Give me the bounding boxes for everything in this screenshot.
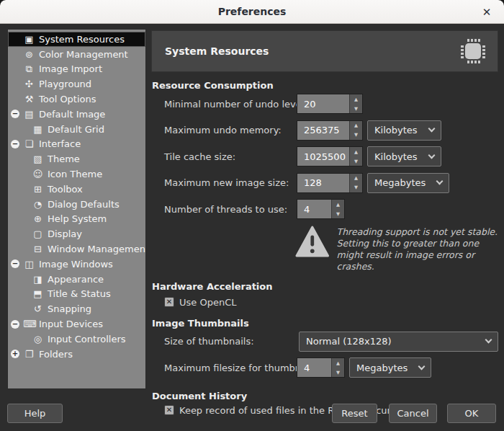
spin-up-icon[interactable]: ▲ bbox=[350, 94, 362, 104]
sidebar-item-label: Display bbox=[48, 228, 82, 239]
sidebar-item-system-resources[interactable]: ▣System Resources bbox=[8, 32, 145, 47]
spin-up-icon[interactable]: ▲ bbox=[332, 200, 344, 209]
undo-memory-unit: Kilobytes bbox=[374, 125, 418, 135]
page-title: System Resources bbox=[165, 45, 459, 57]
thumbnail-size-dropdown[interactable]: Normal (128x128) bbox=[299, 332, 498, 352]
grid-icon: ▦ bbox=[32, 124, 44, 135]
sidebar-item-folders[interactable]: +❐Folders bbox=[8, 347, 145, 362]
theme-icon: ▧ bbox=[32, 154, 44, 164]
sidebar-item-toolbox[interactable]: ⊞Toolbox bbox=[8, 182, 145, 197]
new-image-size-unit: Megabytes bbox=[374, 177, 426, 188]
tile-cache-unit-dropdown[interactable]: Kilobytes bbox=[367, 146, 441, 166]
sidebar-item-snapping[interactable]: ↺Snapping bbox=[8, 301, 145, 316]
sidebar-item-icon-theme[interactable]: ☺Icon Theme bbox=[8, 166, 145, 182]
spin-up-icon[interactable]: ▲ bbox=[332, 358, 344, 368]
undo-memory-unit-dropdown[interactable]: Kilobytes bbox=[367, 120, 441, 141]
expand-icon[interactable]: + bbox=[11, 350, 19, 358]
undo-memory-value[interactable]: 256375 bbox=[297, 121, 349, 140]
reset-button[interactable]: Reset bbox=[332, 404, 377, 423]
threads-value[interactable]: 4 bbox=[297, 200, 331, 218]
sidebar-item-label: Icon Theme bbox=[48, 169, 102, 179]
ok-button[interactable]: OK bbox=[447, 404, 496, 423]
sidebar-item-default-image[interactable]: −▤Default Image bbox=[8, 107, 145, 122]
tools-icon: ⚒ bbox=[23, 94, 35, 105]
spin-down-icon[interactable]: ▼ bbox=[350, 156, 362, 166]
spin-down-icon[interactable]: ▼ bbox=[332, 209, 344, 218]
sidebar-item-label: System Resources bbox=[39, 34, 125, 45]
collapse-icon[interactable]: − bbox=[11, 140, 19, 148]
settings-tree: ▣System Resources⊚Color Management⧉Image… bbox=[7, 29, 146, 389]
tile-cache-value[interactable]: 1025500 bbox=[297, 147, 349, 166]
sidebar-item-input-controllers[interactable]: ◎Input Controllers bbox=[8, 332, 145, 347]
sidebar-item-title-status[interactable]: ⬒Title & Status bbox=[8, 287, 145, 302]
sidebar-item-label: Image Windows bbox=[39, 259, 113, 270]
thumbnail-filesize-spinner[interactable]: 4 ▲ ▼ bbox=[297, 357, 345, 378]
new-image-size-unit-dropdown[interactable]: Megabytes bbox=[367, 173, 449, 193]
spin-down-icon[interactable]: ▼ bbox=[350, 183, 362, 192]
undo-memory-spinner[interactable]: 256375▲▼ bbox=[297, 120, 363, 141]
undo-levels-spinner[interactable]: 20▲▼ bbox=[297, 94, 363, 114]
collapse-icon[interactable]: − bbox=[11, 259, 19, 268]
sidebar-item-playground[interactable]: ✣Playground bbox=[8, 76, 145, 92]
help-button[interactable]: Help bbox=[7, 404, 63, 423]
thumbnail-filesize-value[interactable]: 4 bbox=[297, 358, 331, 377]
window-title: Preferences bbox=[218, 6, 287, 17]
sidebar-item-help-system[interactable]: ⊕Help System bbox=[8, 212, 145, 227]
dialog-defaults-icon: ◔ bbox=[32, 199, 44, 210]
tile-cache-spinner[interactable]: 1025500▲▼ bbox=[297, 146, 363, 166]
sidebar-item-label: Default Image bbox=[39, 109, 105, 120]
dial-icon: ◎ bbox=[32, 334, 44, 345]
thumbnail-filesize-unit-dropdown[interactable]: Megabytes bbox=[349, 357, 431, 378]
sidebar-item-appearance[interactable]: ◨Appearance bbox=[8, 272, 145, 287]
sidebar-item-image-windows[interactable]: −◫Image Windows bbox=[8, 257, 145, 272]
checked-checkbox-icon[interactable]: ✕ bbox=[164, 297, 174, 307]
collapse-icon[interactable]: − bbox=[11, 320, 19, 329]
sidebar-item-label: Playground bbox=[39, 79, 91, 89]
sidebar-item-display[interactable]: ▢Display bbox=[8, 226, 145, 241]
section-image-thumbnails: Image Thumbnails bbox=[152, 318, 498, 329]
spin-down-icon[interactable]: ▼ bbox=[332, 368, 344, 377]
chevron-down-icon bbox=[428, 125, 435, 133]
sidebar-item-label: Interface bbox=[39, 138, 81, 149]
cancel-button[interactable]: Cancel bbox=[389, 404, 437, 423]
use-opencl-label: Use OpenCL bbox=[179, 297, 236, 308]
threads-spinner[interactable]: 4▲▼ bbox=[297, 199, 345, 219]
sidebar-item-dialog-defaults[interactable]: ◔Dialog Defaults bbox=[8, 197, 145, 212]
thumbnail-size-value: Normal (128x128) bbox=[306, 336, 392, 347]
use-opencl-checkbox-row[interactable]: ✕ Use OpenCL bbox=[164, 297, 498, 308]
sidebar-item-label: Appearance bbox=[48, 274, 104, 285]
sidebar-item-image-import[interactable]: ⧉Image Import bbox=[8, 62, 145, 77]
collapse-icon[interactable]: − bbox=[11, 110, 19, 118]
new-image-size-label: Maximum new image size: bbox=[164, 177, 289, 188]
input-devices-icon: ⌨ bbox=[23, 319, 35, 329]
chevron-down-icon bbox=[428, 151, 435, 159]
close-icon[interactable]: ✕ bbox=[478, 4, 495, 21]
sidebar-item-window-management[interactable]: ⊟Window Management bbox=[8, 241, 145, 257]
titlebar[interactable]: Preferences ✕ bbox=[0, 0, 504, 24]
sidebar-item-theme[interactable]: ▧Theme bbox=[8, 151, 145, 166]
sidebar-item-label: Input Controllers bbox=[48, 334, 126, 345]
sidebar-item-color-management[interactable]: ⊚Color Management bbox=[8, 47, 145, 62]
sidebar-item-label: Default Grid bbox=[48, 124, 104, 135]
spin-down-icon[interactable]: ▼ bbox=[350, 130, 362, 140]
sidebar-item-input-devices[interactable]: −⌨Input Devices bbox=[8, 316, 145, 332]
preferences-dialog: Preferences ✕ ▣System Resources⊚Color Ma… bbox=[0, 0, 504, 431]
spin-up-icon[interactable]: ▲ bbox=[350, 147, 362, 156]
image-import-icon: ⧉ bbox=[23, 63, 35, 75]
sidebar-item-interface[interactable]: −❏Interface bbox=[8, 137, 145, 152]
appearance-icon: ◨ bbox=[32, 274, 44, 285]
icon-theme-icon: ☺ bbox=[32, 169, 44, 179]
spin-down-icon[interactable]: ▼ bbox=[350, 104, 362, 113]
chevron-down-icon bbox=[418, 363, 426, 370]
toolbox-icon: ⊞ bbox=[32, 184, 44, 195]
sidebar-item-label: Window Management bbox=[48, 244, 146, 254]
spin-up-icon[interactable]: ▲ bbox=[350, 174, 362, 183]
sidebar-item-label: Image Import bbox=[39, 63, 102, 74]
sidebar-item-tool-options[interactable]: ⚒Tool Options bbox=[8, 92, 145, 107]
new-image-size-value[interactable]: 128 bbox=[297, 174, 349, 192]
new-image-size-spinner[interactable]: 128▲▼ bbox=[297, 173, 363, 193]
undo-levels-value[interactable]: 20 bbox=[297, 94, 349, 113]
sidebar-item-default-grid[interactable]: ▦Default Grid bbox=[8, 122, 145, 137]
spin-up-icon[interactable]: ▲ bbox=[350, 121, 362, 130]
folders-icon: ❐ bbox=[23, 349, 35, 360]
